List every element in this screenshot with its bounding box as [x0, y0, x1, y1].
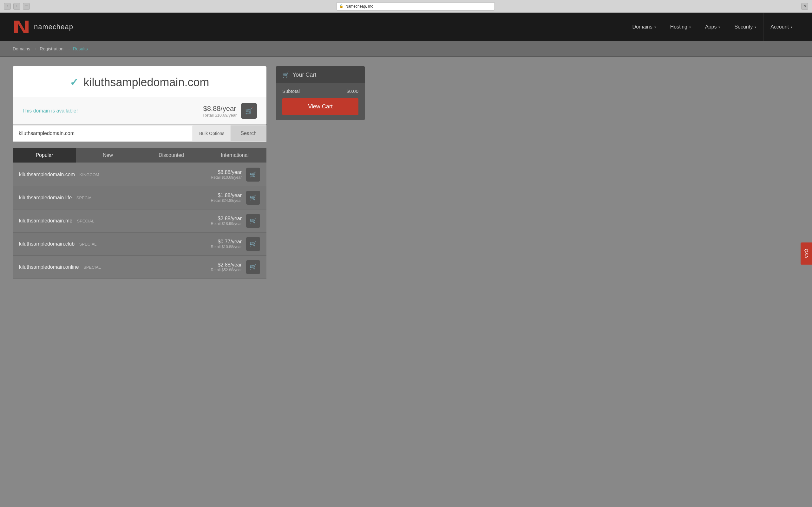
left-column: ✓ kiluthsampledomain.com This domain is …: [13, 66, 266, 279]
domain-item-price: $8.88/year: [211, 170, 242, 175]
cart-body: Subtotal $0.00 View Cart: [276, 83, 365, 120]
browser-sidebar-btn[interactable]: ☰: [23, 3, 30, 10]
nav-label-domains: Domains: [632, 24, 653, 30]
nav-label-account: Account: [770, 24, 789, 30]
domain-name-display: kiluthsampledomain.com: [84, 76, 209, 89]
main-content: ✓ kiluthsampledomain.com This domain is …: [0, 57, 812, 288]
domain-item-name: kiluthsampledomain.club SPECIAL: [19, 241, 211, 247]
breadcrumb: Domains → Registration → Results: [13, 46, 799, 51]
domain-item-retail: Retail $52.88/year: [211, 268, 242, 272]
tab-new[interactable]: New: [76, 148, 140, 163]
chevron-down-icon: ▾: [755, 25, 756, 29]
domain-item-retail: Retail $18.99/year: [211, 222, 242, 226]
domain-price-block: $8.88/year Retail $10.69/year 🛒: [203, 103, 257, 119]
cart-title: Your Cart: [293, 72, 316, 78]
search-input[interactable]: [13, 125, 193, 141]
domain-item-name: kiluthsampledomain.me SPECIAL: [19, 218, 211, 224]
domain-item-retail: Retail $10.88/year: [211, 245, 242, 249]
list-item: kiluthsampledomain.club SPECIAL $0.77/ye…: [13, 233, 266, 256]
list-item: kiluthsampledomain.life SPECIAL $1.88/ye…: [13, 186, 266, 210]
breadcrumb-registration[interactable]: Registration: [40, 46, 63, 51]
domain-item-badge: SPECIAL: [79, 242, 97, 246]
breadcrumb-bar: Domains → Registration → Results: [0, 41, 812, 57]
cart-subtotal-label: Subtotal: [282, 89, 300, 94]
logo[interactable]: namecheap: [13, 19, 73, 35]
filter-tabs: Popular New Discounted International: [13, 148, 266, 163]
domain-item-price: $1.88/year: [211, 193, 242, 199]
address-bar[interactable]: 🔒 Namecheap, Inc: [336, 2, 495, 10]
right-column: 🛒 Your Cart Subtotal $0.00 View Cart: [276, 66, 365, 120]
cart-subtotal-row: Subtotal $0.00: [282, 89, 358, 94]
domain-item-price-block: $0.77/year Retail $10.88/year: [211, 239, 242, 249]
tab-international[interactable]: International: [203, 148, 266, 163]
domain-item-cart-button[interactable]: 🛒: [246, 191, 260, 205]
browser-reload-btn[interactable]: ↻: [801, 3, 808, 10]
domain-item-cart-button[interactable]: 🛒: [246, 260, 260, 274]
list-item: kiluthsampledomain.com KINGCOM $8.88/yea…: [13, 163, 266, 186]
domain-item-retail: Retail $24.88/year: [211, 199, 242, 203]
view-cart-button[interactable]: View Cart: [282, 98, 358, 115]
domain-item-name: kiluthsampledomain.life SPECIAL: [19, 195, 211, 201]
nav-item-hosting[interactable]: Hosting ▾: [663, 13, 698, 41]
domain-item-price: $2.88/year: [211, 216, 242, 222]
checkmark-icon: ✓: [70, 76, 78, 89]
domain-name-row: ✓ kiluthsampledomain.com: [13, 66, 266, 97]
nav-label-security: Security: [734, 24, 753, 30]
bulk-options-button[interactable]: Bulk Options: [193, 126, 231, 141]
domain-item-cart-button[interactable]: 🛒: [246, 237, 260, 251]
site-header: namecheap Domains ▾ Hosting ▾ Apps ▾ Sec…: [0, 13, 812, 41]
lock-icon: 🔒: [339, 4, 344, 8]
logo-text: namecheap: [34, 23, 73, 31]
domain-available-card: ✓ kiluthsampledomain.com This domain is …: [13, 66, 266, 124]
cart-header-icon: 🛒: [282, 71, 289, 78]
breadcrumb-arrow-1: →: [33, 46, 37, 51]
search-button[interactable]: Search: [231, 125, 266, 141]
domain-available-text: This domain is available!: [22, 108, 78, 114]
cart-icon: 🛒: [245, 107, 253, 115]
add-to-cart-button[interactable]: 🛒: [241, 103, 257, 119]
search-bar: Bulk Options Search: [13, 125, 266, 142]
domain-item-cart-button[interactable]: 🛒: [246, 168, 260, 181]
breadcrumb-domains[interactable]: Domains: [13, 46, 30, 51]
browser-forward-btn[interactable]: ›: [13, 3, 20, 10]
cart-card: 🛒 Your Cart Subtotal $0.00 View Cart: [276, 66, 365, 120]
nav-label-hosting: Hosting: [670, 24, 687, 30]
domain-item-price-block: $8.88/year Retail $10.69/year: [211, 170, 242, 180]
breadcrumb-results: Results: [73, 46, 88, 51]
browser-back-btn[interactable]: ‹: [4, 3, 11, 10]
list-item: kiluthsampledomain.me SPECIAL $2.88/year…: [13, 210, 266, 233]
browser-chrome: ‹ › ☰ 🔒 Namecheap, Inc ↻: [0, 0, 812, 13]
chevron-down-icon: ▾: [689, 25, 691, 29]
qa-tab[interactable]: Q&A: [801, 242, 812, 265]
nav-item-security[interactable]: Security ▾: [727, 13, 763, 41]
domain-item-name: kiluthsampledomain.com KINGCOM: [19, 172, 211, 177]
domain-item-price-block: $2.88/year Retail $18.99/year: [211, 216, 242, 226]
nav-item-domains[interactable]: Domains ▾: [625, 13, 663, 41]
tab-discounted[interactable]: Discounted: [140, 148, 203, 163]
chevron-down-icon: ▾: [791, 25, 792, 29]
page: namecheap Domains ▾ Hosting ▾ Apps ▾ Sec…: [0, 13, 812, 507]
cart-header: 🛒 Your Cart: [276, 66, 365, 83]
nav-item-apps[interactable]: Apps ▾: [698, 13, 727, 41]
nav-item-account[interactable]: Account ▾: [763, 13, 799, 41]
main-nav: Domains ▾ Hosting ▾ Apps ▾ Security ▾ Ac…: [625, 13, 799, 41]
domain-item-cart-button[interactable]: 🛒: [246, 214, 260, 228]
domain-item-badge: KINGCOM: [80, 172, 99, 177]
domain-item-badge: SPECIAL: [77, 195, 94, 200]
domain-item-badge: SPECIAL: [84, 265, 101, 270]
domain-price-main: $8.88/year: [203, 105, 237, 113]
cart-subtotal-value: $0.00: [346, 89, 358, 94]
logo-icon: [13, 19, 30, 35]
chevron-down-icon: ▾: [654, 25, 656, 29]
domain-item-price: $0.77/year: [211, 239, 242, 245]
domain-item-retail: Retail $10.69/year: [211, 175, 242, 180]
domain-item-price: $2.88/year: [211, 262, 242, 268]
domain-item-badge: SPECIAL: [77, 219, 95, 223]
domain-availability-row: This domain is available! $8.88/year Ret…: [13, 97, 266, 124]
list-item: kiluthsampledomain.online SPECIAL $2.88/…: [13, 256, 266, 279]
tab-popular[interactable]: Popular: [13, 148, 76, 163]
domain-item-name: kiluthsampledomain.online SPECIAL: [19, 264, 211, 270]
domain-item-price-block: $2.88/year Retail $52.88/year: [211, 262, 242, 272]
domain-list: kiluthsampledomain.com KINGCOM $8.88/yea…: [13, 163, 266, 279]
url-text: Namecheap, Inc: [345, 4, 373, 9]
